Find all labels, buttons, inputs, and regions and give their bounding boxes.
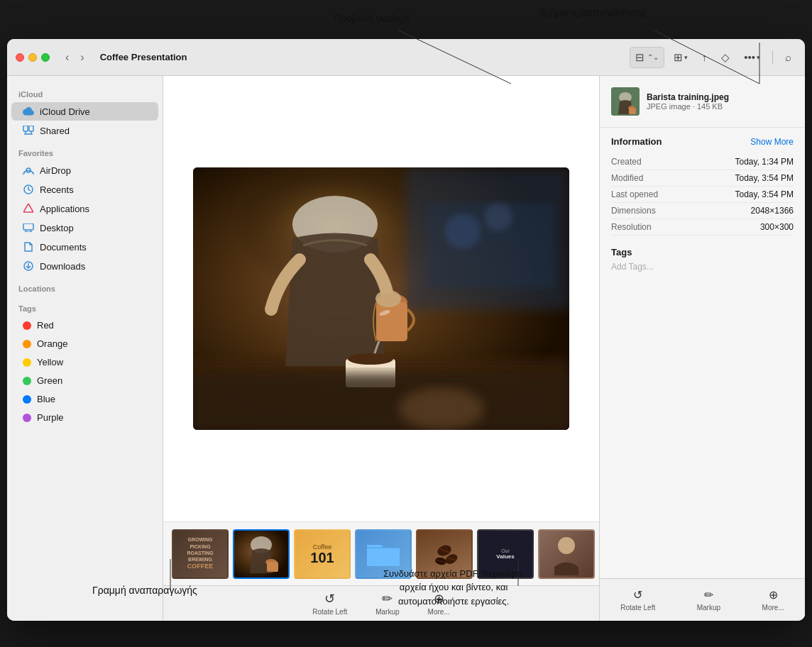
documents-icon	[23, 241, 34, 253]
rotate-left-button[interactable]: ↺ Rotate Left	[312, 591, 347, 616]
dimensions-val: 2048×1366	[751, 206, 794, 216]
created-key: Created	[611, 157, 642, 167]
sidebar-item-red-label: Red	[37, 320, 54, 331]
thumbnail-strip: GROWINGPICKINGROASTINGBREWINGCOFFEE	[163, 521, 599, 585]
search-button[interactable]: ⌕	[780, 48, 796, 67]
minimize-button[interactable]	[28, 53, 37, 62]
favorites-section-label: Favorites	[7, 140, 163, 160]
sidebar-item-downloads[interactable]: Downloads	[11, 257, 158, 275]
sidebar-item-recents[interactable]: Recents	[11, 180, 158, 199]
more-actions-label: More...	[428, 608, 450, 616]
thumb-coffee-book[interactable]: GROWINGPICKINGROASTINGBREWINGCOFFEE	[172, 529, 229, 579]
search-icon: ⌕	[785, 51, 791, 63]
sidebar-item-applications[interactable]: Applications	[11, 199, 158, 218]
close-button[interactable]	[16, 53, 24, 62]
sidebar-item-red[interactable]: Red	[11, 316, 158, 334]
add-tags-placeholder[interactable]: Add Tags...	[611, 262, 794, 272]
svg-point-30	[445, 214, 481, 249]
markup-button[interactable]: ✏ Markup	[375, 591, 399, 616]
preview-pane: Barista training.jpeg JPEG image · 145 K…	[599, 76, 805, 621]
more-actions-button[interactable]: ⊕ More...	[428, 591, 450, 616]
info-section-label: Information	[611, 136, 662, 147]
sidebar-item-blue[interactable]: Blue	[11, 390, 158, 408]
preview-more-button[interactable]: ⊕ More...	[762, 588, 784, 612]
info-section-header: Information Show More	[611, 136, 794, 147]
sidebar-item-blue-label: Blue	[37, 394, 55, 404]
svg-point-27	[348, 353, 393, 365]
annotation-gallery: Προβολή γκαλερί	[334, 13, 409, 24]
svg-point-34	[399, 387, 484, 430]
thumb-barista[interactable]	[233, 529, 290, 579]
gallery-view-button[interactable]: ⊟ ⌃⌄	[630, 47, 664, 68]
thumb-person[interactable]	[538, 529, 595, 579]
tag-button[interactable]: ◇	[716, 48, 735, 67]
zoom-button[interactable]	[41, 53, 50, 62]
thumb-beans[interactable]	[416, 529, 473, 579]
gallery-main[interactable]	[163, 76, 599, 521]
markup-icon: ✏	[382, 591, 393, 607]
red-tag-dot	[23, 321, 31, 330]
gallery-view-chevron: ⌃⌄	[647, 53, 659, 61]
yellow-tag-dot	[23, 358, 31, 367]
info-row-modified: Modified Today, 3:54 PM	[611, 170, 794, 187]
modified-key: Modified	[611, 173, 643, 183]
sidebar-item-airdrop[interactable]: AirDrop	[11, 161, 158, 179]
sidebar-item-green[interactable]: Green	[11, 372, 158, 389]
desktop-icon	[23, 222, 34, 233]
sidebar-item-icloud-drive[interactable]: iCloud Drive	[11, 102, 158, 121]
info-row-resolution: Resolution 300×300	[611, 219, 794, 236]
resolution-val: 300×300	[760, 222, 794, 232]
thumb-101[interactable]: Coffee 101	[294, 529, 351, 579]
rotate-left-label: Rotate Left	[312, 608, 347, 616]
purple-tag-dot	[23, 414, 31, 422]
sidebar-item-icloud-drive-label: iCloud Drive	[40, 106, 90, 117]
sidebar: iCloud iCloud Drive Shared Favorites Air	[7, 76, 163, 621]
more-button[interactable]: ••• ▾	[739, 48, 765, 67]
rotate-left-icon: ↺	[324, 591, 335, 607]
thumb-folder[interactable]	[355, 529, 412, 579]
annotation-preview: Τμήμα προεπισκόπησης	[539, 7, 647, 18]
applications-icon	[23, 203, 34, 214]
sidebar-item-documents[interactable]: Documents	[11, 238, 158, 256]
back-button[interactable]: ‹	[61, 48, 73, 67]
sidebar-item-purple[interactable]: Purple	[11, 409, 158, 426]
orange-tag-dot	[23, 340, 31, 348]
sidebar-item-purple-label: Purple	[37, 412, 64, 423]
thumb-our-values[interactable]: Our Values	[477, 529, 534, 579]
svg-rect-38	[267, 562, 278, 572]
sidebar-item-yellow-label: Yellow	[37, 357, 63, 367]
preview-rotate-left-button[interactable]: ↺ Rotate Left	[620, 588, 655, 612]
preview-more-icon: ⊕	[769, 588, 778, 602]
last-opened-val: Today, 3:54 PM	[735, 189, 794, 199]
recents-icon	[23, 184, 34, 195]
sidebar-item-orange-label: Orange	[37, 338, 67, 349]
share-button[interactable]: ↑	[697, 48, 713, 67]
grid-view-button[interactable]: ⊞ ▾	[669, 48, 693, 67]
markup-label: Markup	[375, 608, 399, 616]
sidebar-item-desktop[interactable]: Desktop	[11, 219, 158, 237]
sidebar-item-orange[interactable]: Orange	[11, 335, 158, 353]
grid-icon: ⊞	[674, 51, 683, 64]
sidebar-item-desktop-label: Desktop	[40, 223, 74, 233]
forward-button[interactable]: ›	[76, 48, 88, 67]
svg-rect-5	[23, 126, 28, 131]
preview-filename: Barista training.jpeg	[647, 92, 794, 102]
tag-icon: ◇	[721, 51, 730, 64]
tags-section: Tags Add Tags...	[611, 247, 794, 272]
gallery-image	[193, 167, 569, 430]
more-chevron: ▾	[757, 54, 760, 61]
svg-rect-24	[376, 302, 407, 341]
resolution-key: Resolution	[611, 222, 652, 232]
info-row-dimensions: Dimensions 2048×1366	[611, 203, 794, 219]
action-bar: ↺ Rotate Left ✏ Markup ⊕ More...	[163, 585, 599, 621]
traffic-lights	[16, 53, 50, 62]
last-opened-key: Last opened	[611, 189, 658, 199]
created-val: Today, 1:34 PM	[735, 157, 794, 167]
svg-rect-6	[29, 126, 33, 131]
preview-markup-button[interactable]: ✏ Markup	[697, 588, 720, 612]
sidebar-item-yellow[interactable]: Yellow	[11, 353, 158, 371]
show-more-button[interactable]: Show More	[750, 137, 794, 147]
sidebar-item-shared[interactable]: Shared	[11, 121, 158, 140]
info-row-created: Created Today, 1:34 PM	[611, 154, 794, 170]
share-icon: ↑	[702, 51, 708, 63]
